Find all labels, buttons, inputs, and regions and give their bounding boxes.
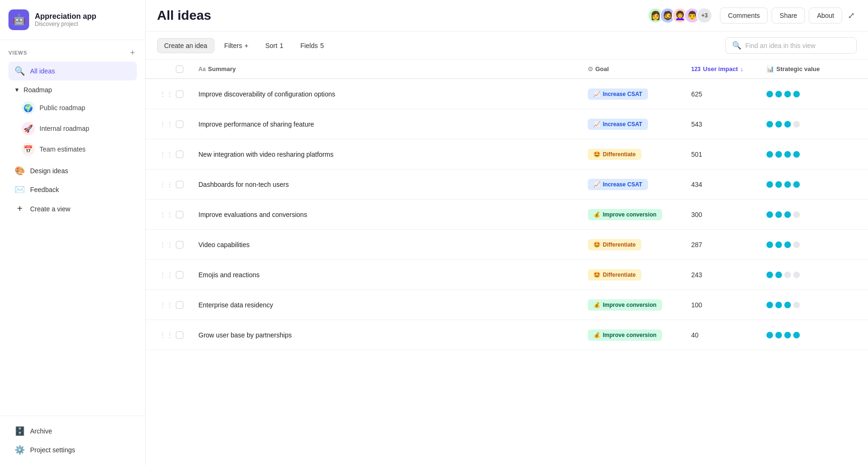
goal-cell-4: 📈 Increase CSAT: [584, 179, 687, 190]
sort-button[interactable]: Sort 1: [258, 38, 290, 53]
goal-emoji-5: 💰: [593, 211, 600, 218]
column-strategic-value[interactable]: 📊 Strategic value: [763, 60, 857, 78]
row-checkbox-6[interactable]: [176, 241, 183, 249]
row-checkbox-3[interactable]: [176, 151, 183, 158]
drag-handle[interactable]: ⋮⋮: [157, 271, 176, 279]
drag-handle[interactable]: ⋮⋮: [157, 241, 176, 249]
user-impact-1: 625: [687, 90, 763, 98]
header-check: [176, 65, 195, 73]
select-all-checkbox[interactable]: [176, 65, 183, 73]
goal-badge-8[interactable]: 💰 Improve conversion: [588, 299, 662, 311]
idea-title-5[interactable]: Improve evaluations and conversions: [195, 211, 584, 218]
strategic-dots-9: [763, 332, 857, 338]
idea-title-4[interactable]: Dashboards for non-tech users: [195, 181, 584, 188]
about-button[interactable]: About: [809, 8, 842, 24]
app-name: Appreciation app: [35, 12, 96, 21]
comments-button[interactable]: Comments: [720, 8, 768, 24]
search-icon: 🔍: [732, 41, 742, 50]
goal-badge-1[interactable]: 📈 Increase CSAT: [588, 88, 648, 100]
row-check-cell: [176, 301, 195, 309]
column-user-impact[interactable]: 123 User impact ↓: [687, 60, 763, 78]
goal-badge-9[interactable]: 💰 Improve conversion: [588, 329, 662, 341]
goal-badge-5[interactable]: 💰 Improve conversion: [588, 209, 662, 220]
row-checkbox-4[interactable]: [176, 181, 183, 188]
idea-title-8[interactable]: Enterprise data residency: [195, 301, 584, 309]
drag-handle[interactable]: ⋮⋮: [157, 181, 176, 188]
strategic-dot: [775, 302, 782, 308]
fields-button[interactable]: Fields 5: [293, 38, 331, 53]
goal-badge-3[interactable]: 🤩 Differentiate: [588, 149, 641, 160]
strategic-dot: [775, 241, 782, 248]
add-view-button[interactable]: +: [128, 48, 137, 57]
sidebar-item-design-ideas[interactable]: 🎨 Design ideas: [8, 161, 137, 180]
idea-title-9[interactable]: Grow user base by partnerships: [195, 331, 584, 339]
public-roadmap-icon: 🌍: [22, 101, 35, 114]
column-summary[interactable]: Aa Summary: [195, 60, 584, 78]
sidebar-item-archive[interactable]: 🗄️ Archive: [8, 422, 137, 441]
goal-badge-6[interactable]: 🤩 Differentiate: [588, 239, 641, 250]
strategic-dot: [775, 151, 782, 158]
header-right: 👩 🧔 👩‍🦱 👨 +3 Comments Share About ⤢: [647, 8, 857, 24]
row-checkbox-8[interactable]: [176, 301, 183, 309]
sidebar-bottom: 🗄️ Archive ⚙️ Project settings: [0, 416, 145, 465]
goal-label-5: Improve conversion: [603, 211, 656, 218]
goal-badge-2[interactable]: 📈 Increase CSAT: [588, 119, 648, 130]
roadmap-header[interactable]: ▼ Roadmap: [8, 82, 137, 97]
expand-button[interactable]: ⤢: [846, 8, 857, 23]
roadmap-child-public[interactable]: 🌍 Public roadmap: [16, 97, 137, 118]
roadmap-child-team[interactable]: 📅 Team estimates: [16, 139, 137, 160]
drag-icon: ⋮⋮: [159, 211, 174, 218]
idea-title-2[interactable]: Improve performance of sharing feature: [195, 120, 584, 128]
page-title: All ideas: [157, 8, 211, 23]
views-section: VIEWS + 🔍 All ideas ▼ Roadmap 🌍 Public r…: [0, 40, 145, 416]
internal-roadmap-label: Internal roadmap: [39, 125, 89, 132]
create-idea-button[interactable]: Create an idea: [157, 38, 214, 53]
column-goal[interactable]: ⊙ Goal: [584, 60, 687, 78]
drag-handle[interactable]: ⋮⋮: [157, 331, 176, 339]
sort-count: 1: [280, 42, 284, 49]
row-checkbox-5[interactable]: [176, 211, 183, 218]
table-row: ⋮⋮ Video capabilities 🤩 Differentiate 28…: [146, 230, 868, 260]
strategic-dot: [766, 211, 773, 218]
drag-handle[interactable]: ⋮⋮: [157, 90, 176, 98]
drag-handle[interactable]: ⋮⋮: [157, 120, 176, 128]
idea-title-6[interactable]: Video capabilities: [195, 241, 584, 249]
strategic-dot: [793, 272, 800, 278]
strategic-dot: [766, 302, 773, 308]
drag-handle[interactable]: ⋮⋮: [157, 301, 176, 309]
user-impact-5: 300: [687, 211, 763, 218]
strategic-dot: [766, 121, 773, 128]
search-box[interactable]: 🔍: [725, 37, 857, 54]
goal-badge-4[interactable]: 📈 Increase CSAT: [588, 179, 648, 190]
team-estimates-label: Team estimates: [39, 145, 86, 153]
goal-badge-7[interactable]: 🤩 Differentiate: [588, 269, 641, 281]
filters-button[interactable]: Filters +: [217, 38, 255, 53]
row-checkbox-1[interactable]: [176, 90, 183, 98]
idea-title-7[interactable]: Emojis and reactions: [195, 271, 584, 279]
idea-title-3[interactable]: New integration with video resharing pla…: [195, 151, 584, 158]
strategic-dot: [784, 272, 791, 278]
sidebar-item-feedback[interactable]: ✉️ Feedback: [8, 180, 137, 199]
sidebar-item-create-view[interactable]: + Create a view: [8, 199, 137, 218]
roadmap-chevron-icon: ▼: [14, 87, 20, 93]
goal-emoji-9: 💰: [593, 332, 600, 338]
drag-handle[interactable]: ⋮⋮: [157, 211, 176, 218]
row-checkbox-2[interactable]: [176, 120, 183, 128]
feedback-label: Feedback: [30, 186, 59, 193]
sidebar-item-project-settings[interactable]: ⚙️ Project settings: [8, 441, 137, 459]
strategic-dot: [766, 91, 773, 97]
sidebar-item-all-ideas[interactable]: 🔍 All ideas: [8, 62, 137, 80]
row-checkbox-9[interactable]: [176, 331, 183, 339]
roadmap-child-internal[interactable]: 🚀 Internal roadmap: [16, 118, 137, 139]
strategic-dot: [775, 332, 782, 338]
row-checkbox-7[interactable]: [176, 271, 183, 279]
idea-title-1[interactable]: Improve discoverability of configuration…: [195, 90, 584, 98]
strategic-dot: [784, 211, 791, 218]
goal-cell-5: 💰 Improve conversion: [584, 209, 687, 220]
share-button[interactable]: Share: [772, 8, 805, 24]
search-input[interactable]: [745, 42, 850, 49]
strategic-dots-2: [763, 121, 857, 128]
drag-handle[interactable]: ⋮⋮: [157, 151, 176, 158]
create-idea-label: Create an idea: [164, 42, 207, 49]
drag-icon: ⋮⋮: [159, 120, 174, 128]
